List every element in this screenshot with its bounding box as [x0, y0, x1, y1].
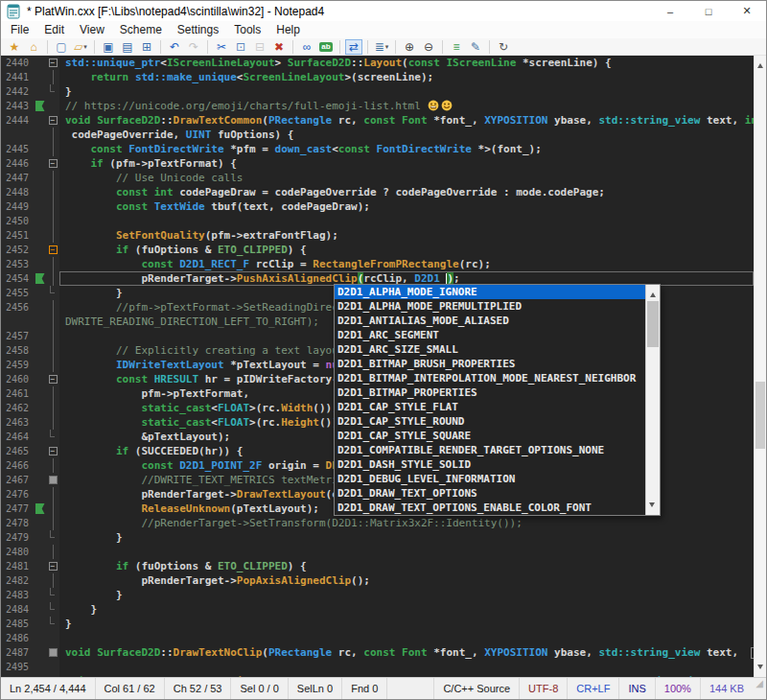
- bookmark-margin[interactable]: [34, 257, 46, 271]
- line-number[interactable]: 2459: [1, 358, 34, 372]
- line-number[interactable]: 2479: [1, 530, 34, 545]
- code-text[interactable]: [59, 214, 754, 228]
- autocomplete-scrollbar[interactable]: [645, 285, 660, 515]
- bookmark-margin[interactable]: [34, 70, 46, 84]
- code-text[interactable]: if (fuOptions & ETO_CLIPPED) {: [59, 243, 754, 257]
- fold-margin[interactable]: [46, 645, 59, 660]
- autocomplete-item[interactable]: D2D1_CAP_STYLE_FLAT: [335, 400, 645, 414]
- status-zoom-level[interactable]: 100%: [655, 678, 700, 699]
- line-number[interactable]: 2487: [1, 645, 34, 660]
- bookmark-margin[interactable]: [34, 343, 46, 358]
- fold-margin[interactable]: [46, 674, 59, 677]
- line-number[interactable]: 2477: [1, 502, 34, 516]
- fold-collapse-icon[interactable]: −: [49, 562, 58, 571]
- autocomplete-item[interactable]: D2D1_CAP_STYLE_ROUND: [335, 414, 645, 429]
- autocomplete-item[interactable]: D2D1_BITMAP_PROPERTIES: [335, 385, 645, 400]
- scroll-down-arrow-icon[interactable]: [757, 665, 763, 672]
- menu-file[interactable]: File: [3, 21, 36, 38]
- line-number[interactable]: 2457: [1, 329, 34, 343]
- editor-scrollbar-thumb[interactable]: [755, 382, 765, 449]
- fold-margin[interactable]: [46, 401, 59, 415]
- line-number[interactable]: 2441: [1, 70, 34, 84]
- line-number[interactable]: 2454: [1, 271, 34, 286]
- bookmark-margin[interactable]: [34, 573, 46, 588]
- status-find-count[interactable]: Fnd 0: [342, 678, 387, 699]
- bookmark-margin[interactable]: [34, 228, 46, 243]
- bookmark-margin[interactable]: [34, 660, 46, 674]
- code-text[interactable]: }: [59, 617, 754, 631]
- line-number[interactable]: 2444: [1, 113, 34, 128]
- code-text[interactable]: [59, 660, 754, 674]
- bookmark-margin[interactable]: [34, 602, 46, 617]
- line-number[interactable]: 2460: [1, 372, 34, 386]
- autocomplete-item[interactable]: D2D1_ARC_SIZE_SMALL: [335, 342, 645, 357]
- fold-margin[interactable]: [46, 631, 59, 645]
- line-number[interactable]: 2481: [1, 559, 34, 573]
- fold-margin[interactable]: [46, 171, 59, 185]
- fold-margin[interactable]: −: [46, 372, 59, 386]
- code-line[interactable]: 2442}: [1, 84, 754, 99]
- close-button[interactable]: ✕: [728, 1, 766, 21]
- bookmark-margin[interactable]: [34, 516, 46, 530]
- line-number[interactable]: 2446: [1, 156, 34, 171]
- favorites-icon[interactable]: ★: [6, 39, 23, 55]
- bookmark-margin[interactable]: [34, 99, 46, 113]
- status-character-position[interactable]: Ch 52 / 53: [165, 678, 232, 699]
- code-line[interactable]: 2443// https://unicode.org/emoji/charts/…: [1, 99, 754, 113]
- fold-margin[interactable]: [46, 386, 59, 401]
- open-file-icon[interactable]: ▱▾: [72, 39, 89, 55]
- bookmark-margin[interactable]: [34, 243, 46, 257]
- fold-margin[interactable]: [46, 487, 59, 502]
- fold-margin[interactable]: [46, 573, 59, 588]
- code-line[interactable]: 2451 SetFontQuality(pfm->extraFontFlag);: [1, 228, 754, 243]
- status-selection-count[interactable]: Sel 0 / 0: [231, 678, 288, 699]
- bookmark-margin[interactable]: [34, 156, 46, 171]
- autocomplete-item[interactable]: D2D1_ALPHA_MODE_IGNORE: [335, 285, 645, 299]
- code-line[interactable]: 2496void SurfaceD2D::DrawTextClipped(PRe…: [1, 674, 754, 677]
- toggle-replace-icon[interactable]: ⇄: [345, 39, 362, 55]
- bookmark-margin[interactable]: [34, 444, 46, 458]
- bookmark-margin[interactable]: [34, 430, 46, 444]
- fold-margin[interactable]: [46, 142, 59, 156]
- code-line[interactable]: 2483 }: [1, 588, 754, 602]
- code-text[interactable]: // Use Unicode calls: [59, 171, 754, 185]
- fold-margin[interactable]: [46, 70, 59, 84]
- replace-icon[interactable]: ab: [317, 39, 335, 55]
- fold-margin[interactable]: [46, 617, 59, 631]
- fold-collapse-icon[interactable]: −: [49, 447, 58, 455]
- code-line[interactable]: 2445 const FontDirectWrite *pfm = down_c…: [1, 142, 754, 156]
- autocomplete-item[interactable]: D2D1_CAP_STYLE_SQUARE: [335, 429, 645, 443]
- status-overtype-mode[interactable]: INS: [618, 678, 654, 699]
- menu-tools[interactable]: Tools: [226, 21, 268, 38]
- code-text[interactable]: std::unique_ptr<IScreenLineLayout> Surfa…: [59, 56, 754, 70]
- bookmark-margin[interactable]: [34, 588, 46, 602]
- code-line[interactable]: 2481− if (fuOptions & ETO_CLIPPED) {: [1, 559, 754, 573]
- fold-margin[interactable]: [46, 99, 59, 113]
- line-number[interactable]: 2467: [1, 473, 34, 487]
- bookmark-margin[interactable]: [34, 214, 46, 228]
- code-text[interactable]: const int codePageDraw = codePageOverrid…: [59, 185, 754, 199]
- editor-scrollbar[interactable]: [754, 56, 766, 677]
- bookmark-margin[interactable]: [34, 545, 46, 559]
- code-line[interactable]: 2441 return std::make_unique<ScreenLineL…: [1, 70, 754, 84]
- undo-icon[interactable]: ↶: [166, 39, 183, 55]
- bookmark-margin[interactable]: [34, 458, 46, 473]
- code-text[interactable]: return std::make_unique<ScreenLineLayout…: [59, 70, 754, 84]
- fold-margin[interactable]: −: [46, 113, 59, 128]
- fold-margin[interactable]: −: [46, 156, 59, 171]
- fold-margin[interactable]: [46, 660, 59, 674]
- fold-margin[interactable]: [46, 84, 59, 99]
- code-text[interactable]: pRenderTarget->PopAxisAlignedClip();: [59, 573, 754, 588]
- find-icon[interactable]: ∞: [298, 39, 315, 55]
- autocomplete-item[interactable]: D2D1_DRAW_TEXT_OPTIONS_ENABLE_COLOR_FONT: [335, 501, 645, 515]
- fold-margin[interactable]: −: [46, 559, 59, 573]
- bookmark-margin[interactable]: [34, 358, 46, 372]
- fold-margin[interactable]: [46, 214, 59, 228]
- editor-pane[interactable]: 2440−std::unique_ptr<IScreenLineLayout> …: [1, 56, 766, 677]
- fold-margin[interactable]: [46, 358, 59, 372]
- bookmark-margin[interactable]: [34, 286, 46, 300]
- menu-scheme[interactable]: Scheme: [112, 21, 170, 38]
- code-line[interactable]: 2479 }: [1, 530, 754, 545]
- fold-margin[interactable]: [46, 415, 59, 430]
- fold-margin[interactable]: [46, 343, 59, 358]
